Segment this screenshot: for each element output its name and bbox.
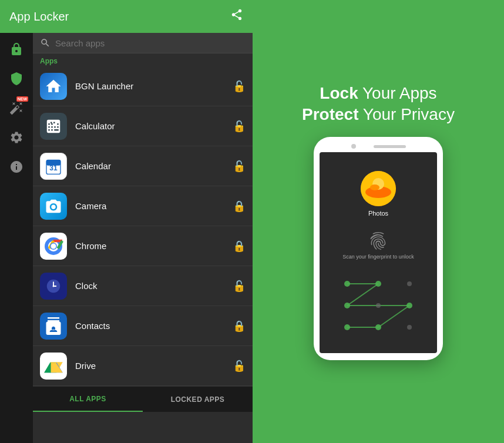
lock-icon-bgn: 🔓: [233, 80, 246, 93]
app-name-contacts: Contacts: [75, 321, 233, 331]
app-name-drive: Drive: [75, 361, 233, 371]
pattern-lines-svg: [331, 273, 425, 338]
phone-mockup: Photos Scan your fingerprint to unlock: [314, 137, 443, 360]
svg-point-37: [407, 325, 412, 330]
app-name-bgn: BGN Launcher: [75, 81, 233, 91]
sidebar-icon-lock[interactable]: [5, 38, 28, 61]
list-item-calculator[interactable]: Calculator 🔓: [33, 106, 253, 146]
phone-speaker: [374, 145, 406, 148]
sidebar-icon-shield[interactable]: [5, 67, 28, 90]
fingerprint-icon: [368, 230, 389, 251]
app-name-clock: Clock: [75, 281, 233, 291]
app-name-calendar: Calendar: [75, 161, 233, 171]
search-bar: [33, 33, 253, 53]
pattern-lock-area: [331, 273, 425, 338]
list-item-calendar[interactable]: 31 Calendar 🔓: [33, 146, 253, 186]
fingerprint-label: Scan your fingerprint to unlock: [342, 254, 414, 260]
lock-icon-calculator: 🔓: [233, 120, 246, 133]
svg-point-32: [344, 303, 350, 308]
svg-point-30: [375, 281, 381, 287]
phone-app-area: Photos: [361, 171, 396, 217]
lock-icon-chrome: 🔒: [233, 240, 246, 253]
app-icon-camera: [40, 193, 67, 220]
lock-icon-drive: 🔓: [233, 360, 246, 372]
svg-point-29: [344, 281, 350, 287]
list-item-chrome[interactable]: Chrome 🔒: [33, 226, 253, 266]
sidebar-icon-settings[interactable]: [5, 126, 28, 149]
right-panel: Lock Your Apps Protect Your Privacy Phot…: [253, 0, 504, 443]
sidebar-icon-info[interactable]: [5, 155, 28, 179]
bottom-tabs: ALL APPS LOCKED APPS: [33, 386, 253, 412]
svg-line-25: [347, 284, 378, 306]
fingerprint-area: Scan your fingerprint to unlock: [342, 230, 414, 260]
svg-point-31: [407, 281, 412, 286]
app-name-calculator: Calculator: [75, 121, 233, 131]
app-name-chrome: Chrome: [75, 241, 233, 251]
phone-camera-dot: [351, 144, 356, 149]
svg-point-36: [375, 324, 381, 330]
tab-all-apps[interactable]: ALL APPS: [33, 387, 143, 412]
tab-locked-apps[interactable]: LOCKED APPS: [143, 387, 253, 412]
svg-point-11: [53, 285, 55, 287]
list-item-drive[interactable]: Drive 🔓: [33, 346, 253, 386]
search-icon: [40, 38, 51, 48]
share-icon[interactable]: [230, 8, 243, 25]
app-content: NEW Apps BGN: [0, 33, 253, 443]
list-item-bgn[interactable]: BGN Launcher 🔓: [33, 66, 253, 106]
app-icon-contacts: [40, 313, 67, 340]
list-item-clock[interactable]: Clock 🔓: [33, 266, 253, 306]
header-bar: App Locker: [0, 0, 253, 33]
app-name-camera: Camera: [75, 201, 233, 211]
list-item-contacts[interactable]: Contacts 🔒: [33, 306, 253, 346]
svg-line-27: [378, 306, 409, 327]
svg-point-34: [406, 303, 412, 308]
phone-screen: Photos Scan your fingerprint to unlock: [320, 152, 437, 353]
app-icon-chrome: [40, 233, 67, 260]
photos-label: Photos: [368, 210, 388, 217]
app-icon-drive: [40, 353, 67, 380]
photos-app-icon: [361, 171, 396, 206]
lock-icon-calendar: 🔓: [233, 160, 246, 173]
svg-text:31: 31: [49, 163, 58, 172]
left-panel: App Locker NEW: [0, 0, 253, 443]
promo-text: Lock Your Apps Protect Your Privacy: [302, 83, 455, 126]
app-icon-clock: [40, 273, 67, 300]
app-icon-bgn: [40, 73, 67, 100]
svg-point-23: [370, 184, 379, 190]
lock-icon-contacts: 🔒: [233, 320, 246, 333]
svg-point-33: [376, 303, 381, 308]
app-list-area: Apps BGN Launcher 🔓 Calculator 🔓 31: [33, 33, 253, 443]
list-item-camera[interactable]: Camera 🔒: [33, 186, 253, 226]
new-badge: NEW: [16, 96, 28, 102]
sidebar-icon-magic[interactable]: NEW: [5, 96, 28, 120]
svg-point-6: [51, 243, 56, 249]
sidebar: NEW: [0, 33, 33, 443]
lock-icon-camera: 🔒: [233, 200, 246, 213]
app-title: App Locker: [9, 10, 69, 24]
app-icon-calendar: 31: [40, 153, 67, 180]
section-label-apps: Apps: [33, 53, 253, 66]
lock-icon-clock: 🔓: [233, 280, 246, 293]
search-input[interactable]: [55, 38, 246, 48]
svg-point-35: [344, 324, 350, 330]
app-icon-calculator: [40, 113, 67, 140]
